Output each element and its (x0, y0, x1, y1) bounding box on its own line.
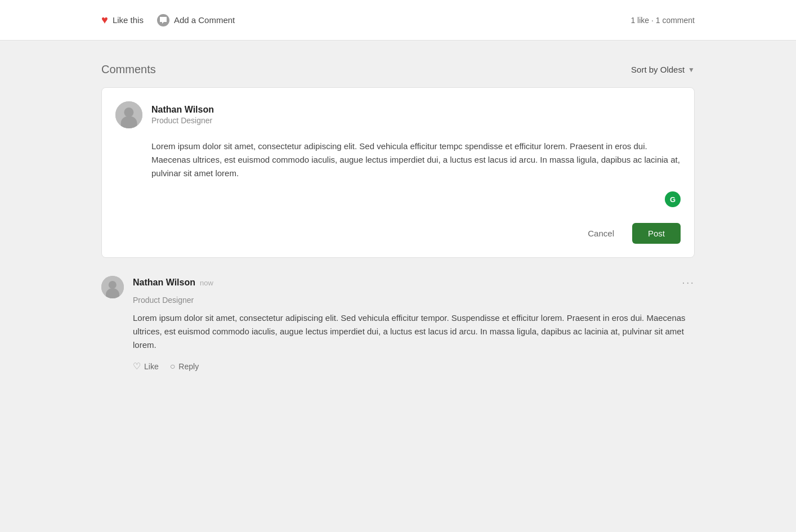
compose-user-info: Nathan Wilson Product Designer (151, 105, 214, 125)
comment-compose-box: Nathan Wilson Product Designer Lorem ips… (101, 87, 695, 258)
like-label: Like this (113, 15, 144, 25)
add-comment-label: Add a Comment (174, 15, 235, 25)
comment-footer: ♡ Like ○ Reply (133, 361, 695, 372)
comments-title: Comments (101, 63, 156, 76)
comment-like-label: Like (144, 362, 159, 371)
compose-actions: Cancel Post (115, 223, 681, 244)
post-button[interactable]: Post (632, 223, 681, 244)
comment-reply-label: Reply (178, 362, 199, 371)
compose-author-name: Nathan Wilson (151, 105, 214, 115)
top-bar-actions: ♥ Like this Add a Comment (101, 14, 235, 26)
chevron-down-icon: ▼ (688, 66, 695, 74)
comment-avatar-silhouette (101, 276, 124, 298)
compose-header: Nathan Wilson Product Designer (115, 101, 681, 128)
comments-header: Comments Sort by Oldest ▼ (101, 63, 695, 76)
compose-author-role: Product Designer (151, 116, 214, 125)
top-bar: ♥ Like this Add a Comment 1 like · 1 com… (0, 0, 796, 41)
comment-avatar (101, 276, 124, 298)
sort-dropdown[interactable]: Sort by Oldest ▼ (631, 65, 695, 74)
heart-icon: ♥ (101, 14, 108, 26)
grammarly-icon: G (665, 191, 681, 207)
more-options-button[interactable]: ··· (682, 276, 695, 289)
avatar-silhouette (115, 101, 142, 128)
main-content: Comments Sort by Oldest ▼ Nathan Wilson … (0, 41, 796, 408)
heart-outline-icon: ♡ (133, 361, 141, 372)
stats-label: 1 like · 1 comment (630, 16, 695, 25)
comment-item: Nathan Wilson now ··· Product Designer L… (101, 276, 695, 372)
comment-author-name: Nathan Wilson (133, 278, 195, 288)
comment-meta: Nathan Wilson now ··· (133, 276, 695, 289)
compose-text[interactable]: Lorem ipsum dolor sit amet, consectetur … (151, 140, 681, 180)
comment-bubble-icon (157, 14, 169, 26)
comment-author-role: Product Designer (133, 296, 695, 305)
comment-body: Nathan Wilson now ··· Product Designer L… (133, 276, 695, 372)
add-comment-action[interactable]: Add a Comment (157, 14, 235, 26)
avatar (115, 101, 142, 128)
comment-content: Lorem ipsum dolor sit amet, consectetur … (133, 311, 695, 352)
cancel-button[interactable]: Cancel (579, 224, 623, 243)
comment-timestamp: now (200, 279, 213, 287)
chat-outline-icon: ○ (170, 361, 176, 372)
like-action[interactable]: ♥ Like this (101, 14, 144, 26)
comment-like-action[interactable]: ♡ Like (133, 361, 159, 372)
sort-label: Sort by Oldest (631, 65, 685, 74)
comment-meta-left: Nathan Wilson now (133, 278, 213, 288)
comment-reply-action[interactable]: ○ Reply (170, 361, 199, 372)
